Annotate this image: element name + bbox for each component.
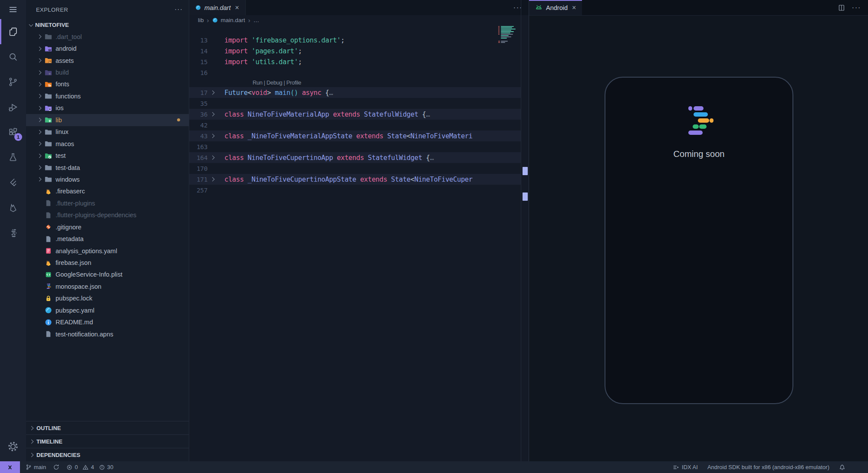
tree-item-linux[interactable]: linux xyxy=(26,126,189,138)
section-dependencies[interactable]: DEPENDENCIES xyxy=(26,448,189,461)
activity-item-testing[interactable] xyxy=(0,145,26,170)
sync-button[interactable] xyxy=(53,464,59,470)
tree-item-monospace-json[interactable]: monospace.json xyxy=(26,281,189,292)
branch-name: main xyxy=(34,464,46,470)
tree-item-test-data[interactable]: test-data xyxy=(26,162,189,173)
code-line-13[interactable]: 13import 'firebase_options.dart'; xyxy=(189,35,521,46)
tree-item--flutter-plugins-dependencies[interactable]: .flutter-plugins-dependencies xyxy=(26,209,189,221)
fold-chevron-icon[interactable] xyxy=(210,134,215,138)
explorer-more-icon[interactable]: ··· xyxy=(174,7,183,12)
tree-item-label: functions xyxy=(56,93,81,100)
breadcrumb-symbol[interactable]: … xyxy=(253,17,260,23)
tree-item-ios[interactable]: ios xyxy=(26,102,189,114)
tree-item-functions[interactable]: functions xyxy=(26,90,189,102)
scrollbar-decoration[interactable] xyxy=(523,167,528,175)
tree-item--flutter-plugins[interactable]: .flutter-plugins xyxy=(26,197,189,209)
project-section-header[interactable]: NINETOFIVE xyxy=(26,19,189,31)
code-editor[interactable]: 13import 'firebase_options.dart';14impor… xyxy=(189,25,521,461)
tree-item-test-notification-apns[interactable]: test-notification.apns xyxy=(26,328,189,340)
tree-item-pubspec-yaml[interactable]: pubspec.yaml xyxy=(26,304,189,316)
tree-item-macos[interactable]: macos xyxy=(26,138,189,150)
code-line-15[interactable]: 15import 'utils.dart'; xyxy=(189,56,521,67)
minimap[interactable] xyxy=(498,25,523,48)
tree-item--firebaserc[interactable]: .firebaserc xyxy=(26,186,189,197)
sidebar-bottom-sections: OUTLINETIMELINEDEPENDENCIES xyxy=(26,421,189,461)
code-line-163[interactable]: 163 xyxy=(189,141,521,152)
tree-item-lib[interactable]: lib xyxy=(26,114,189,126)
tree-item-firebase-json[interactable]: firebase.json xyxy=(26,257,189,268)
activity-item-explorer[interactable] xyxy=(0,19,26,44)
fold-chevron-icon[interactable] xyxy=(210,112,215,117)
panel-more-icon[interactable]: ··· xyxy=(852,3,861,12)
tree-item-test[interactable]: test xyxy=(26,150,189,161)
idx-ai-status[interactable]: IDX AI xyxy=(673,464,698,470)
activity-item-firebase[interactable] xyxy=(0,195,26,220)
codelens-run[interactable]: Run xyxy=(253,79,263,86)
code-line-170[interactable]: 170 xyxy=(189,163,521,174)
activity-item-search[interactable] xyxy=(0,44,26,69)
code-line-42[interactable]: 42 xyxy=(189,120,521,130)
code-line-16[interactable]: 16 xyxy=(189,67,521,78)
tab-android[interactable]: Android × xyxy=(529,0,582,15)
project-name: NINETOFIVE xyxy=(35,22,69,28)
tree-item-label: monospace.json xyxy=(56,283,102,290)
chevron-right-icon xyxy=(37,166,42,170)
close-icon[interactable]: × xyxy=(234,4,240,12)
tree-item-android[interactable]: android xyxy=(26,42,189,54)
section-timeline[interactable]: TIMELINE xyxy=(26,434,189,448)
tree-item-build[interactable]: build xyxy=(26,66,189,78)
svg-text:Tr: Tr xyxy=(48,84,52,88)
section-outline[interactable]: OUTLINE xyxy=(26,421,189,434)
menu-icon[interactable] xyxy=(0,0,26,19)
code-line-164[interactable]: 164class NineToFiveCupertinoApp extends … xyxy=(189,152,521,163)
code-line-35[interactable]: 35 xyxy=(189,98,521,109)
split-editor-icon[interactable] xyxy=(838,4,845,11)
file-gray-icon xyxy=(45,235,52,243)
code-line-43[interactable]: 43class _NineToFiveMaterialAppState exte… xyxy=(189,130,521,141)
git-branch-status[interactable]: main xyxy=(26,464,46,470)
code-line-17[interactable]: 17Future<void> main() async {… xyxy=(189,87,521,98)
code-line-36[interactable]: 36class NineToFiveMaterialApp extends St… xyxy=(189,109,521,120)
scrollbar-decoration[interactable] xyxy=(523,192,528,201)
tree-item-label: fonts xyxy=(56,81,69,88)
code-line-257[interactable]: 257 xyxy=(189,185,521,196)
folder-test-icon xyxy=(45,152,52,160)
device-selector[interactable]: Android SDK built for x86 (android-x86 e… xyxy=(707,464,829,470)
code-line-171[interactable]: 171class _NineToFiveCupertinoAppState ex… xyxy=(189,174,521,185)
activity-item-flutter[interactable] xyxy=(0,170,26,195)
tree-item-googleservice-info-plist[interactable]: GoogleService-Info.plist xyxy=(26,269,189,281)
activity-item-source-control[interactable] xyxy=(0,69,26,95)
folder-android-icon xyxy=(45,45,52,52)
problems-status[interactable]: 0 4 30 xyxy=(66,464,116,470)
activity-item-run-debug[interactable] xyxy=(0,95,26,120)
breadcrumb-folder[interactable]: lib xyxy=(198,17,204,23)
fold-chevron-icon[interactable] xyxy=(210,177,215,182)
fold-chevron-icon[interactable] xyxy=(210,156,215,160)
tree-item-readme-md[interactable]: README.md xyxy=(26,316,189,328)
tab-main-dart[interactable]: main.dart × xyxy=(189,0,246,15)
fold-chevron-icon[interactable] xyxy=(210,91,215,95)
firebase-file-icon xyxy=(45,188,52,195)
code-line-14[interactable]: 14import 'pages.dart'; xyxy=(189,46,521,56)
settings-gear-icon[interactable] xyxy=(0,435,26,458)
activity-item-extensions[interactable]: 1 xyxy=(0,120,26,145)
breadcrumb-file[interactable]: main.dart xyxy=(221,17,245,23)
tree-item--dart-tool[interactable]: .dart_tool xyxy=(26,31,189,42)
close-icon[interactable]: × xyxy=(571,4,577,12)
tree-item-windows[interactable]: windows xyxy=(26,173,189,185)
tree-item-pubspec-lock[interactable]: pubspec.lock xyxy=(26,293,189,304)
tree-item-label: linux xyxy=(56,128,69,135)
codelens-profile[interactable]: Profile xyxy=(286,79,301,86)
tree-item-assets[interactable]: assets xyxy=(26,55,189,66)
tree-item--metadata[interactable]: .metadata xyxy=(26,233,189,245)
tree-item-analysis-options-yaml[interactable]: analysis_options.yaml xyxy=(26,245,189,257)
tree-item-fonts[interactable]: Trfonts xyxy=(26,78,189,90)
remote-indicator[interactable] xyxy=(0,461,20,473)
tree-item-label: .flutter-plugins xyxy=(56,200,95,207)
warning-count: 4 xyxy=(91,464,94,470)
activity-item-idx[interactable] xyxy=(0,220,26,245)
code-text: import 'pages.dart'; xyxy=(217,47,521,55)
codelens-debug[interactable]: Debug xyxy=(266,79,282,86)
bell-icon[interactable] xyxy=(839,464,845,470)
tree-item--gitignore[interactable]: .gitignore xyxy=(26,221,189,233)
